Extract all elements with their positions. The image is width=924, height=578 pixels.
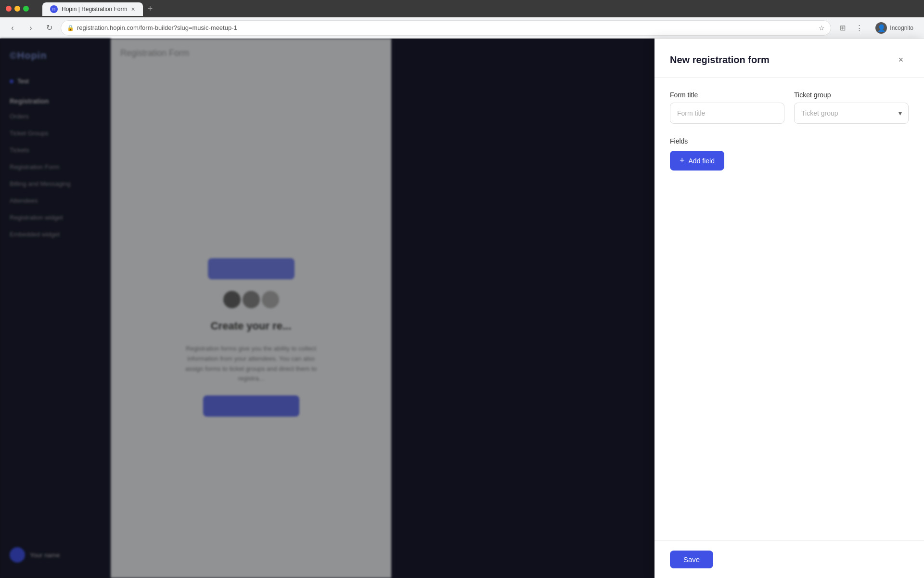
plus-icon: + [680,156,685,166]
add-field-label: Add field [689,157,715,165]
refresh-button[interactable]: ↻ [42,21,56,35]
address-text: registration.hopin.com/form-builder?slug… [77,24,816,31]
form-title-input[interactable] [670,103,784,124]
minimize-window-button[interactable] [14,6,20,12]
address-bar-row: ‹ › ↻ 🔒 registration.hopin.com/form-buil… [0,17,924,39]
close-window-button[interactable] [6,6,12,12]
form-row-title-group: Form title Ticket group Ticket group ▾ [670,91,909,124]
ticket-group-select-wrapper: Ticket group ▾ [794,103,909,124]
incognito-avatar: 👤 [875,22,887,34]
browser-menu-button[interactable]: ⋮ [852,21,866,35]
form-group-title: Form title [670,91,784,124]
modal-close-button[interactable]: × [893,52,909,67]
back-icon: ‹ [11,24,13,32]
modal-footer: Save [654,540,924,578]
modal-overlay: New registration form × Form title Ticke… [0,39,924,578]
maximize-window-button[interactable] [23,6,29,12]
modal-body: Form title Ticket group Ticket group ▾ [654,78,924,540]
refresh-icon: ↻ [46,23,52,32]
main-area: ©Hopin Test Registration Orders Ticket G… [0,39,924,578]
bookmark-icon[interactable]: ☆ [819,24,825,32]
form-title-label: Form title [670,91,784,99]
forward-icon: › [29,24,32,32]
save-button[interactable]: Save [670,551,713,568]
modal-panel: New registration form × Form title Ticke… [654,39,924,578]
modal-header: New registration form × [654,39,924,78]
back-button[interactable]: ‹ [6,21,19,35]
fields-section: Fields + Add field [670,137,909,171]
browser-chrome: H Hopin | Registration Form × + ‹ › ↻ 🔒 … [0,0,924,39]
modal-title: New registration form [670,54,770,66]
incognito-label: Incognito [890,25,913,31]
traffic-lights [6,6,29,12]
extensions-button[interactable]: ⊞ [836,21,849,35]
new-tab-button[interactable]: + [143,2,158,16]
address-bar[interactable]: 🔒 registration.hopin.com/form-builder?sl… [61,20,831,36]
forward-button[interactable]: › [24,21,38,35]
active-tab[interactable]: H Hopin | Registration Form × [42,2,143,16]
tab-title: Hopin | Registration Form [62,6,128,13]
ticket-group-label: Ticket group [794,91,909,99]
form-group-ticket: Ticket group Ticket group ▾ [794,91,909,124]
add-field-button[interactable]: + Add field [670,151,724,171]
tab-bar: H Hopin | Registration Form × + [38,2,161,16]
tab-favicon: H [50,5,58,13]
tab-close-button[interactable]: × [131,5,135,13]
toolbar-icons: ⊞ ⋮ [836,21,866,35]
incognito-button[interactable]: 👤 Incognito [871,20,918,36]
lock-icon: 🔒 [67,25,74,31]
ticket-group-select[interactable]: Ticket group [794,103,909,124]
fields-label: Fields [670,137,909,145]
browser-titlebar: H Hopin | Registration Form × + [0,0,924,17]
